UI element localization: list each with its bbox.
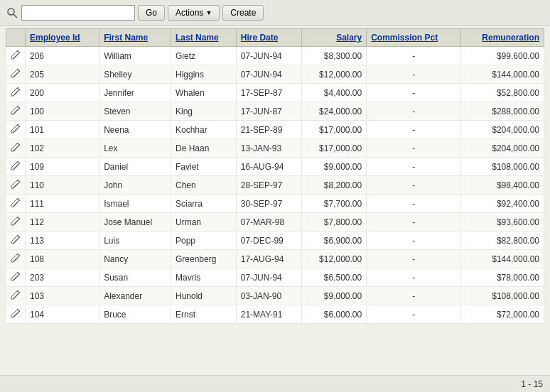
cell-commission_pct: - — [367, 139, 461, 158]
go-button[interactable]: Go — [138, 5, 165, 21]
cell-hire_date: 13-JAN-93 — [236, 139, 302, 158]
svg-point-0 — [8, 9, 14, 15]
cell-remuneration: $78,000.00 — [461, 268, 544, 287]
cell-employee_id: 113 — [26, 232, 99, 250]
edit-icon[interactable] — [11, 197, 21, 207]
cell-salary: $17,000.00 — [302, 139, 367, 158]
col-header-first-name[interactable]: First Name — [99, 29, 171, 47]
svg-marker-39 — [11, 272, 20, 281]
cell-employee_id: 100 — [26, 102, 99, 121]
cell-first_name: Ismael — [99, 195, 171, 213]
cell-last_name: Mavris — [171, 268, 237, 287]
cell-employee_id: 205 — [26, 65, 99, 84]
edit-icon-cell[interactable] — [6, 232, 26, 250]
table-row: 101NeenaKochhar21-SEP-89$17,000.00-$204,… — [6, 121, 544, 139]
edit-icon[interactable] — [11, 50, 21, 60]
cell-commission_pct: - — [367, 84, 461, 102]
cell-remuneration: $72,000.00 — [461, 305, 544, 324]
toolbar: Go Actions ▼ Create — [0, 0, 550, 26]
edit-icon[interactable] — [11, 124, 21, 134]
edit-icon-cell[interactable] — [6, 287, 26, 305]
edit-icon[interactable] — [11, 87, 21, 97]
edit-icon-cell[interactable] — [6, 268, 26, 287]
search-icon — [6, 6, 18, 19]
cell-remuneration: $93,600.00 — [461, 213, 544, 232]
cell-first_name: Daniel — [99, 158, 171, 176]
edit-icon-cell[interactable] — [6, 250, 26, 268]
table-row: 205ShelleyHiggins07-JUN-94$12,000.00-$14… — [6, 65, 544, 84]
edit-icon-cell[interactable] — [6, 84, 26, 102]
col-header-last-name[interactable]: Last Name — [171, 29, 237, 47]
cell-hire_date: 07-DEC-99 — [236, 232, 302, 250]
edit-icon[interactable] — [11, 253, 21, 263]
edit-icon[interactable] — [11, 160, 21, 170]
edit-icon[interactable] — [11, 68, 21, 78]
cell-remuneration: $98,400.00 — [461, 176, 544, 195]
cell-remuneration: $92,400.00 — [461, 195, 544, 213]
edit-icon[interactable] — [11, 308, 21, 318]
table-container: Employee Id First Name Last Name Hire Da… — [0, 26, 550, 375]
edit-icon[interactable] — [11, 179, 21, 189]
svg-marker-27 — [11, 198, 20, 207]
cell-last_name: Faviet — [171, 158, 237, 176]
edit-icon-cell[interactable] — [6, 139, 26, 158]
col-header-hire-date[interactable]: Hire Date — [236, 29, 302, 47]
edit-icon-cell[interactable] — [6, 213, 26, 232]
edit-icon[interactable] — [11, 234, 21, 244]
footer-bar: 1 - 15 — [0, 375, 550, 392]
cell-remuneration: $204,000.00 — [461, 139, 544, 158]
search-input[interactable] — [21, 5, 135, 21]
edit-icon[interactable] — [11, 216, 21, 226]
table-row: 110JohnChen28-SEP-97$8,200.00-$98,400.00 — [6, 176, 544, 195]
employee-table: Employee Id First Name Last Name Hire Da… — [6, 28, 544, 324]
cell-hire_date: 07-MAR-98 — [236, 213, 302, 232]
col-header-commission-pct[interactable]: Commission Pct — [367, 29, 461, 47]
cell-employee_id: 200 — [26, 84, 99, 102]
table-row: 103AlexanderHunold03-JAN-90$9,000.00-$10… — [6, 287, 544, 305]
table-row: 200JenniferWhalen17-SEP-87$4,400.00-$52,… — [6, 84, 544, 102]
edit-icon-cell[interactable] — [6, 47, 26, 65]
cell-first_name: Lex — [99, 139, 171, 158]
col-header-employee-id[interactable]: Employee Id — [26, 29, 99, 47]
actions-button[interactable]: Actions ▼ — [168, 5, 220, 21]
edit-icon-cell[interactable] — [6, 102, 26, 121]
edit-icon-cell[interactable] — [6, 176, 26, 195]
cell-hire_date: 03-JAN-90 — [236, 287, 302, 305]
cell-first_name: Jennifer — [99, 84, 171, 102]
cell-hire_date: 07-JUN-94 — [236, 47, 302, 65]
table-row: 104BruceErnst21-MAY-91$6,000.00-$72,000.… — [6, 305, 544, 324]
cell-commission_pct: - — [367, 232, 461, 250]
col-header-remuneration[interactable]: Remuneration — [461, 29, 544, 47]
cell-last_name: Whalen — [171, 84, 237, 102]
create-button[interactable]: Create — [222, 5, 264, 21]
edit-icon-cell[interactable] — [6, 121, 26, 139]
cell-first_name: Neena — [99, 121, 171, 139]
edit-icon-cell[interactable] — [6, 65, 26, 84]
edit-icon-cell[interactable] — [6, 158, 26, 176]
edit-icon[interactable] — [11, 271, 21, 281]
table-row: 206WilliamGietz07-JUN-94$8,300.00-$99,60… — [6, 47, 544, 65]
col-header-salary[interactable]: Salary — [302, 29, 367, 47]
cell-employee_id: 110 — [26, 176, 99, 195]
cell-hire_date: 21-MAY-91 — [236, 305, 302, 324]
cell-first_name: John — [99, 176, 171, 195]
cell-first_name: Susan — [99, 268, 171, 287]
cell-last_name: Kochhar — [171, 121, 237, 139]
edit-icon-cell[interactable] — [6, 195, 26, 213]
edit-icon-cell[interactable] — [6, 305, 26, 324]
edit-icon[interactable] — [11, 142, 21, 152]
edit-icon[interactable] — [11, 105, 21, 115]
cell-commission_pct: - — [367, 176, 461, 195]
edit-icon[interactable] — [11, 290, 21, 300]
dropdown-arrow-icon: ▼ — [205, 9, 212, 16]
cell-last_name: Hunold — [171, 287, 237, 305]
pagination-info: 1 - 15 — [521, 379, 543, 389]
svg-marker-30 — [11, 217, 20, 225]
cell-commission_pct: - — [367, 287, 461, 305]
cell-salary: $12,000.00 — [302, 250, 367, 268]
cell-remuneration: $99,600.00 — [461, 47, 544, 65]
cell-salary: $9,000.00 — [302, 158, 367, 176]
svg-marker-9 — [11, 87, 20, 96]
svg-marker-33 — [11, 235, 20, 244]
svg-line-1 — [14, 14, 17, 18]
